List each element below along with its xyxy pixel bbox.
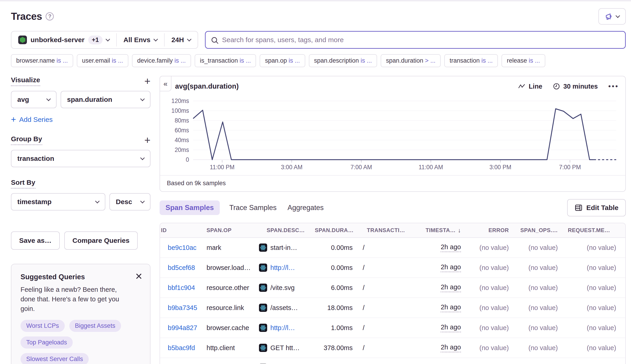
request-method-cell: (no value) <box>567 304 625 312</box>
timestamp-value[interactable]: 2h ago <box>441 324 461 332</box>
column-header[interactable]: ID ↓ <box>160 227 206 234</box>
timestamp-value[interactable]: 2h ago <box>441 283 461 292</box>
field-select[interactable]: span.duration <box>61 91 150 108</box>
span-description-text[interactable]: http://l… <box>270 264 295 272</box>
results-tab[interactable]: Aggregates <box>286 200 325 215</box>
svg-text:7:00 PM: 7:00 PM <box>559 164 581 170</box>
transaction-cell: / <box>362 324 414 332</box>
transaction-cell: / <box>362 244 414 252</box>
filter-chip[interactable]: browser.name is ... <box>11 54 73 67</box>
span-duration-cell: 18.00ms <box>314 304 362 312</box>
filter-chips-row: browser.name is ... user.email is ... de… <box>11 54 626 67</box>
svg-text:120ms: 120ms <box>171 98 189 104</box>
error-cell: (no value) <box>470 344 518 352</box>
table-row: bbf1c904 resource.other <box>160 278 625 298</box>
chart-interval-select[interactable]: 30 minutes <box>553 83 598 90</box>
suggested-query-chip[interactable]: Worst LCPs <box>21 320 65 332</box>
table-row: b41bfb26 resource.ifra… <box>160 358 625 364</box>
sort-by-heading: Sort By <box>11 178 35 188</box>
compare-queries-button[interactable]: Compare Queries <box>64 232 138 250</box>
chevron-down-icon <box>153 37 158 42</box>
add-series-button[interactable]: + Add Series <box>11 114 150 124</box>
results-tab[interactable]: Span Samples <box>160 200 220 215</box>
chart-type-toggle[interactable]: Line <box>518 83 542 90</box>
timestamp-cell: 2h ago <box>414 324 470 332</box>
filter-chip[interactable]: release is ... <box>501 54 545 67</box>
column-header[interactable]: REQUEST.ME… ↓ <box>567 227 625 234</box>
column-header[interactable]: TRANSACTI… ↓ <box>362 227 414 234</box>
filter-chip[interactable]: transaction is ... <box>444 54 498 67</box>
whats-new-button[interactable] <box>598 8 626 24</box>
span-id-link[interactable]: bd5cef68 <box>160 264 206 272</box>
timestamp-value[interactable]: 2h ago <box>441 243 461 252</box>
aggregate-select[interactable]: avg <box>11 91 57 108</box>
svg-text:100ms: 100ms <box>171 107 189 114</box>
megaphone-icon <box>605 12 613 21</box>
filter-chip[interactable]: span.op is ... <box>260 54 305 67</box>
suggested-query-chip[interactable]: Top Pageloads <box>21 336 73 348</box>
span-duration-cell: 6.00ms <box>314 284 362 292</box>
column-header[interactable]: TIMESTA… ↓ <box>414 227 470 234</box>
add-group-by-button[interactable]: + <box>144 135 150 145</box>
table-row: be9c10ac mark <box>160 238 625 258</box>
span-description-text[interactable]: start-in… <box>270 244 297 252</box>
timestamp-cell: 2h ago <box>414 283 470 292</box>
filter-chip[interactable]: device.family is ... <box>132 54 191 67</box>
search-input[interactable] <box>222 36 619 44</box>
span-id-link[interactable]: b9ba7345 <box>160 304 206 312</box>
filter-chip[interactable]: is_transaction is ... <box>195 54 256 67</box>
suggested-queries-title: Suggested Queries <box>21 273 141 281</box>
save-as-button[interactable]: Save as… <box>11 232 60 250</box>
help-icon[interactable]: ? <box>46 12 54 20</box>
react-project-icon <box>259 264 267 272</box>
plus-icon: + <box>11 114 16 124</box>
column-header[interactable]: ERROR ↓ <box>470 227 518 234</box>
chevron-down-icon <box>187 37 191 42</box>
results-tab[interactable]: Trace Samples <box>228 200 278 215</box>
timestamp-value[interactable]: 2h ago <box>441 344 461 352</box>
search-bar <box>205 31 626 49</box>
sort-descending-icon: ↓ <box>458 227 461 234</box>
timestamp-value[interactable]: 2h ago <box>441 304 461 312</box>
react-project-icon <box>259 304 267 312</box>
filter-chip[interactable]: user.email is ... <box>77 54 128 67</box>
span-id-link[interactable]: b5bac9fd <box>160 344 206 352</box>
span-description-text[interactable]: GET htt… <box>270 344 299 352</box>
chart-menu-button[interactable]: ••• <box>608 82 619 90</box>
span-description-text[interactable]: /assets… <box>270 304 298 312</box>
request-method-cell: (no value) <box>567 324 625 332</box>
collapse-sidebar-button[interactable]: « <box>160 76 171 91</box>
chart-card: « avg(span.duration) Line <box>160 76 626 192</box>
span-description-text[interactable]: http://l… <box>270 324 295 332</box>
column-header[interactable]: SPAN.OP ↓ <box>206 227 258 234</box>
project-filter[interactable]: unborked-server +1 <box>12 32 116 48</box>
suggested-query-chip[interactable]: Slowest Server Calls <box>21 353 89 364</box>
date-range-filter-label: 24H <box>171 36 184 44</box>
close-icon[interactable]: × <box>135 270 142 282</box>
column-header[interactable]: SPAN.DESC… ↓ <box>258 227 314 234</box>
table-row: b5bac9fd http.client <box>160 338 625 358</box>
span-id-link[interactable]: bbf1c904 <box>160 284 206 292</box>
traces-page: Traces ? unborked-server +1 A <box>0 1 631 364</box>
timestamp-value[interactable]: 2h ago <box>441 263 461 272</box>
group-by-select[interactable]: transaction <box>11 150 150 167</box>
suggested-query-chip[interactable]: Biggest Assets <box>69 320 121 332</box>
sort-direction-select[interactable]: Desc <box>109 193 150 210</box>
duration-chart[interactable]: 120ms100ms80ms60ms40ms20ms011:00 PM3:00 … <box>166 93 619 172</box>
span-description-cell: start-in… <box>258 244 314 252</box>
page-header: Traces ? <box>11 8 626 24</box>
filter-chip[interactable]: span.duration > ... <box>381 54 441 67</box>
column-header[interactable]: SPAN_OPS.… ↓ <box>518 227 567 234</box>
add-visualize-button[interactable]: + <box>144 76 150 86</box>
column-header[interactable]: SPAN.DURA… ↓ <box>314 227 362 234</box>
edit-table-button[interactable]: Edit Table <box>567 199 626 216</box>
chart-title: avg(span.duration) <box>175 82 239 90</box>
span-id-link[interactable]: be9c10ac <box>160 244 206 252</box>
sort-field-select[interactable]: timestamp <box>11 193 105 210</box>
date-range-filter[interactable]: 24H <box>165 32 198 48</box>
environment-filter[interactable]: All Envs <box>117 32 164 48</box>
span-description-text[interactable]: /vite.svg <box>270 284 294 292</box>
filter-chip[interactable]: span.description is ... <box>309 54 377 67</box>
span-id-link[interactable]: b994a827 <box>160 324 206 332</box>
span-op-cell: mark <box>206 244 258 252</box>
